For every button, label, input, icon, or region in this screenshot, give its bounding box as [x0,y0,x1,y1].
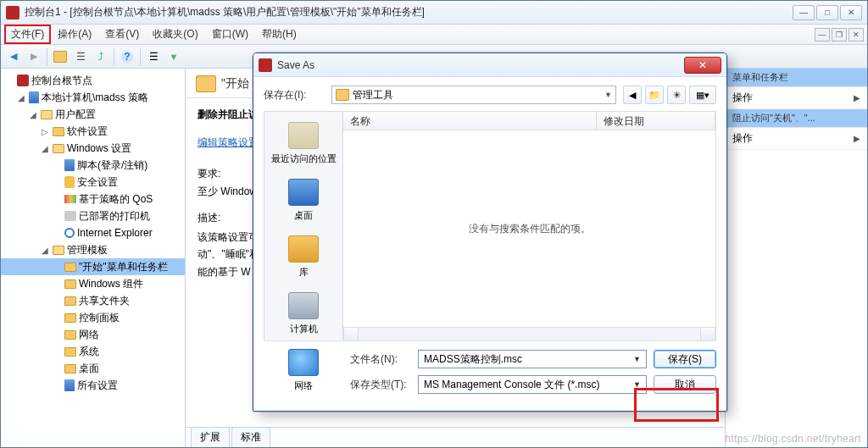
tree-start-menu[interactable]: "开始"菜单和任务栏 [1,258,185,275]
tree-control-panel[interactable]: 控制面板 [1,309,185,326]
tree-label: 安全设置 [77,175,118,190]
export-button[interactable] [92,47,110,66]
filetype-value: MS Management Console 文件 (*.msc) [424,378,599,392]
place-computer[interactable]: 计算机 [264,287,342,344]
folder-icon [336,89,349,101]
tree-local-policy[interactable]: ◢本地计算机\madss 策略 [1,89,185,106]
actions-pane: 菜单和任务栏 操作▶ 阻止访问"关机"、"... 操作▶ [725,69,867,447]
file-list[interactable]: 名称 修改日期 没有与搜索条件匹配的项。 [343,111,716,341]
menu-favorites[interactable]: 收藏夹(O) [146,25,204,44]
actions-item[interactable]: 操作▶ [726,87,867,109]
place-label: 库 [299,266,309,279]
tree-admin-templates[interactable]: ◢管理模板 [1,241,185,258]
tree-qos[interactable]: 基于策略的 QoS [1,191,185,207]
computer-icon [288,292,319,319]
tree-pane[interactable]: 控制台根节点 ◢本地计算机\madss 策略 ◢用户配置 ▷软件设置 ◢Wind… [1,69,186,447]
chevron-down-icon: ▼ [633,380,641,389]
column-date[interactable]: 修改日期 [597,112,715,130]
cancel-button[interactable]: 取消 [654,375,716,394]
tab-extended[interactable]: 扩展 [191,427,230,447]
tree-label: 管理模板 [67,243,108,257]
column-name[interactable]: 名称 [343,112,597,130]
filetype-combo[interactable]: MS Management Console 文件 (*.msc) ▼ [418,375,647,394]
back-button[interactable] [4,47,23,66]
filter-button[interactable] [164,47,183,66]
tree-system[interactable]: 系统 [1,343,185,360]
save-as-dialog: Save As ✕ 保存在(I): 管理工具 ▼ ◀ 📁 ✳ ▦▾ 最近访问的位… [253,53,727,412]
toolbar-separator [114,48,114,65]
tree-ie[interactable]: Internet Explorer [1,224,185,241]
mdi-minimize[interactable]: — [815,28,830,41]
close-button[interactable]: ✕ [840,5,862,20]
mdi-restore[interactable]: ❐ [832,28,847,41]
lookin-label: 保存在(I): [264,88,325,102]
filename-input[interactable]: MADSS策略控制.msc ▼ [418,350,647,368]
tree-root[interactable]: 控制台根节点 [1,72,185,89]
recent-icon [288,122,319,149]
lookin-combo[interactable]: 管理工具 ▼ [331,86,616,104]
tree-user-config[interactable]: ◢用户配置 [1,106,185,123]
view-button[interactable]: ▦▾ [689,86,716,104]
tree-label: 本地计算机\madss 策略 [42,91,148,105]
actions-group: 菜单和任务栏 [726,69,867,87]
actions-item[interactable]: 操作▶ [726,128,867,150]
tree-network[interactable]: 网络 [1,326,185,343]
place-label: 桌面 [294,209,313,222]
tree-label: 网络 [79,328,99,342]
main-titlebar: 控制台1 - [控制台根节点\本地计算机\madss 策略\用户配置\管理模板\… [1,1,867,25]
properties-button[interactable] [71,47,90,66]
menu-window[interactable]: 窗口(W) [205,25,255,44]
maximize-button[interactable]: □ [816,5,838,20]
options-button[interactable]: ☰ [144,47,163,66]
help-button[interactable] [118,47,136,66]
dialog-titlebar[interactable]: Save As ✕ [253,53,726,77]
up-folder-button[interactable]: 📁 [645,86,664,104]
menu-file[interactable]: 文件(F) [4,25,51,44]
menu-help[interactable]: 帮助(H) [255,25,303,44]
tree-windows-components[interactable]: Windows 组件 [1,275,185,292]
tree-label: 所有设置 [77,379,118,393]
dialog-close-button[interactable]: ✕ [684,57,721,74]
forward-button[interactable] [25,47,43,66]
actions-group: 阻止访问"关机"、"... [726,109,867,128]
tree-label: Windows 组件 [79,277,143,291]
places-bar: 最近访问的位置 桌面 库 计算机 网络 [264,111,343,341]
toolbar-separator [140,48,141,65]
tree-label: 共享文件夹 [79,294,130,308]
new-folder-button[interactable]: ✳ [667,86,686,104]
edit-policy-link[interactable]: 编辑策略设置 [198,136,259,150]
tree-desktop[interactable]: 桌面 [1,360,185,377]
chevron-down-icon: ▼ [604,91,612,99]
save-button[interactable]: 保存(S) [654,350,716,368]
tree-label: "开始"菜单和任务栏 [79,260,168,274]
place-recent[interactable]: 最近访问的位置 [264,117,342,174]
tree-windows-settings[interactable]: ◢Windows 设置 [1,140,185,157]
tree-label: 已部署的打印机 [79,209,150,224]
tree-software-settings[interactable]: ▷软件设置 [1,123,185,140]
up-button[interactable] [51,47,70,66]
tree-all-settings[interactable]: 所有设置 [1,377,185,394]
library-icon [288,235,319,263]
menu-view[interactable]: 查看(V) [98,25,146,44]
mdi-close[interactable]: ✕ [849,28,864,41]
place-desktop[interactable]: 桌面 [264,174,342,230]
tree-printers[interactable]: 已部署的打印机 [1,207,185,224]
tree-label: 脚本(登录/注销) [77,158,147,173]
horizontal-scrollbar[interactable] [343,327,715,340]
menu-action[interactable]: 操作(A) [51,25,98,44]
tree-security[interactable]: 安全设置 [1,174,185,191]
tree-shared-folders[interactable]: 共享文件夹 [1,292,185,309]
place-library[interactable]: 库 [264,230,342,287]
chevron-right-icon: ▶ [854,93,860,102]
tab-standard[interactable]: 标准 [231,427,270,447]
chevron-down-icon: ▼ [633,355,641,363]
chevron-right-icon: ▶ [854,134,860,143]
tree-label: 系统 [79,345,99,359]
tree-label: 控制面板 [79,311,120,325]
tree-label: 控制台根节点 [31,74,92,88]
tree-scripts[interactable]: 脚本(登录/注销) [1,157,185,174]
minimize-button[interactable]: — [793,5,815,20]
tree-label: 软件设置 [67,124,108,139]
back-button[interactable]: ◀ [623,86,642,104]
desktop-icon [288,179,319,206]
